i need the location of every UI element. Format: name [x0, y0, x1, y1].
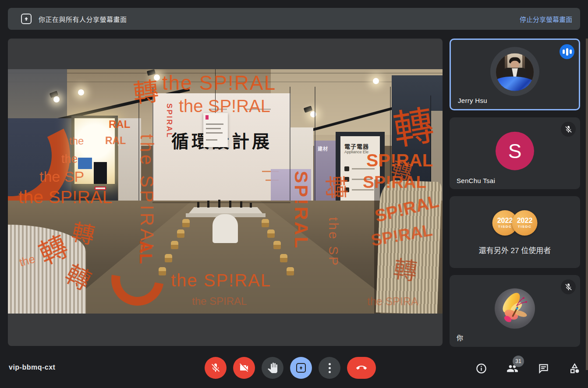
meeting-panel-icons: 31: [475, 357, 581, 380]
table-object: [229, 201, 231, 208]
stool: [177, 229, 184, 238]
share-status-text: 你正在與所有人分享螢幕畫面: [39, 14, 127, 24]
overlay-brand-text: the SP!RAL: [18, 188, 112, 206]
overlay-zhuan-glyph: 轉: [70, 220, 97, 247]
mute-button[interactable]: [205, 357, 227, 379]
info-icon: [475, 363, 487, 374]
overlay-brand-text: the SP!RAL: [171, 272, 271, 289]
mic-off-icon: [561, 279, 576, 294]
overflow-avatars: 2022 TISDC 2022 TISDC: [492, 210, 538, 236]
meeting-details-button[interactable]: [475, 363, 487, 374]
present-icon: [21, 14, 32, 24]
stool: [267, 229, 275, 238]
chat-icon: [538, 363, 549, 374]
stop-sharing-link[interactable]: 停止分享螢幕畫面: [520, 14, 572, 24]
end-call-icon: [356, 363, 367, 373]
spotlight-glow: [78, 89, 84, 95]
screen-share-banner: 你正在與所有人分享螢幕畫面 停止分享螢幕畫面: [8, 8, 580, 30]
avatar-initial: S: [508, 139, 522, 163]
overlay-zhuan-glyph: 轉: [390, 105, 436, 151]
appliance-panel-title: 電子電器: [344, 142, 369, 150]
overlay-zhuan-glyph: 轉: [392, 257, 419, 284]
raise-hand-icon: [267, 363, 278, 373]
stool: [171, 241, 178, 249]
exhibit-podium: [213, 214, 238, 243]
wall-floor-seam: [152, 202, 290, 203]
participant-name: SenChu Tsai: [457, 177, 495, 184]
exhibit-table: [189, 207, 262, 213]
overlay-zhuan-glyph: 轉: [324, 175, 348, 199]
overlay-al-text: AL: [137, 240, 155, 264]
table-object: [240, 201, 242, 208]
table-object: [197, 202, 199, 208]
participant-tile-you[interactable]: 你: [450, 275, 580, 347]
overlay-zhuan-glyph: 轉: [132, 78, 160, 106]
participant-name: 你: [457, 333, 463, 342]
overlay-brand-text: the SP: [39, 169, 84, 184]
booth-poster-dark: [94, 162, 107, 184]
participant-tile-senchu[interactable]: S SenChu Tsai: [450, 117, 580, 189]
stool: [273, 241, 281, 249]
overlay-ral-text: RAL: [109, 119, 130, 130]
avatar: [495, 288, 535, 328]
stool: [165, 254, 172, 262]
booth-poster-blue: [78, 158, 92, 169]
overlay-brand-vertical: SP!RAL: [292, 171, 310, 250]
participant-name: Jerry Hsu: [458, 97, 487, 104]
tisdc-badge: 2022 TISDC: [512, 210, 538, 236]
avatar: S: [496, 132, 534, 170]
more-options-button[interactable]: [319, 357, 340, 379]
appliance-icon: [344, 166, 349, 171]
overlay-brand-text: the SPIRAL: [192, 296, 247, 307]
table-object: [207, 201, 209, 208]
appliance-panel-subtitle: Appliance Ele: [344, 150, 368, 154]
stool: [287, 267, 294, 275]
call-controls: [205, 357, 376, 379]
meeting-code: vip-bbmq-cxt: [9, 363, 55, 371]
participant-overflow-tile[interactable]: 2022 TISDC 2022 TISDC 還有另外 27 位使用者: [450, 196, 580, 268]
shared-screen-tile[interactable]: SPIRAL 循環設計展 建材 電子電器 Appliance Ele: [8, 39, 443, 346]
building-panel-label: 建材: [318, 145, 328, 152]
activities-button[interactable]: [569, 363, 581, 374]
avatar: [496, 53, 534, 91]
hanging-sign: [203, 113, 228, 147]
present-button[interactable]: [290, 357, 312, 379]
stool: [280, 254, 287, 262]
table-object: [218, 200, 220, 208]
table-object: [250, 203, 252, 208]
overflow-count-label: 還有另外 27 位使用者: [450, 244, 580, 255]
shared-screen-photo: SPIRAL 循環設計展 建材 電子電器 Appliance Ele: [8, 69, 443, 314]
mic-off-icon: [561, 122, 576, 137]
overlay-brand-vertical: the SPIRAL: [138, 134, 156, 256]
camera-off-icon: [239, 363, 249, 373]
overlay-the-text: the: [61, 153, 78, 165]
end-call-button[interactable]: [347, 357, 376, 379]
spotlight-glow: [53, 96, 60, 102]
mic-off-icon: [210, 363, 221, 373]
overlay-brand-text: the SP!RAL: [162, 73, 276, 93]
overlay-ral-text: RAL: [105, 136, 126, 146]
stool: [182, 219, 190, 227]
overlay-brand-text: the SPIRA: [367, 296, 418, 307]
overlay-the-vertical: the SP: [327, 217, 340, 267]
chat-button[interactable]: [538, 363, 549, 374]
people-button[interactable]: 31: [507, 363, 518, 374]
overlay-brand-text: the SP!RAL: [179, 97, 270, 115]
raise-hand-button[interactable]: [262, 357, 283, 379]
speaking-indicator-icon: [560, 44, 574, 59]
activities-icon: [569, 363, 581, 374]
camera-button[interactable]: [233, 357, 255, 379]
participant-tile-jerry[interactable]: Jerry Hsu: [450, 39, 580, 110]
window-edge-strip: [586, 39, 588, 370]
present-active-icon: [296, 363, 306, 373]
stool: [262, 219, 269, 227]
more-options-icon: [329, 363, 331, 373]
spotlight-glow: [373, 78, 379, 84]
people-count-badge: 31: [513, 356, 524, 367]
overlay-the-text: the: [69, 136, 84, 146]
